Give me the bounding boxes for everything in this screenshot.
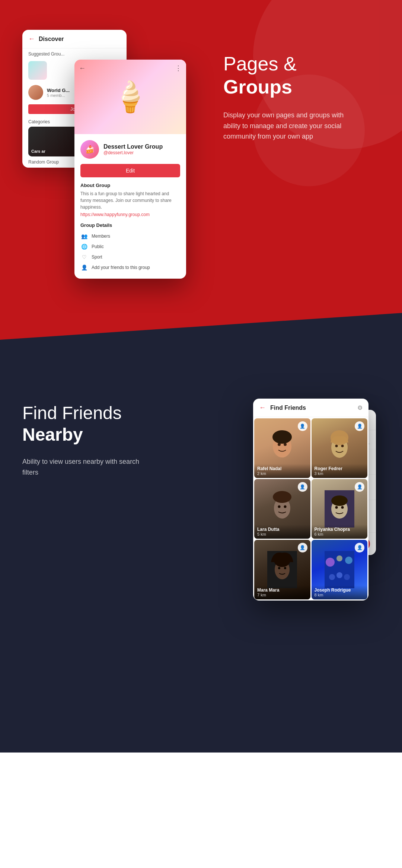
svg-point-26 — [326, 558, 335, 567]
group-handle: @dessert.lover — [103, 150, 163, 155]
mara-info: Mara Mara 7 km — [254, 585, 310, 599]
mara-add-btn[interactable]: 👤 — [298, 543, 307, 552]
bottom-text-content: Find Friends Nearby Ability to view user… — [22, 387, 141, 478]
pages-groups-description: Display your own pages and groups with a… — [223, 110, 350, 142]
members-icon: 👥 — [80, 232, 88, 240]
svg-point-10 — [284, 506, 287, 508]
mara-face-svg — [267, 551, 297, 588]
about-title: About Group — [80, 183, 180, 188]
lara-info: Lara Dutta 5 km — [254, 525, 310, 539]
find-friends-title: Find Friends — [270, 405, 357, 411]
friend-card-mara[interactable]: 👤 Mara Mara 7 km — [254, 540, 310, 599]
detail-members-text: Members — [92, 234, 110, 239]
rafel-info: Rafel Nadal 2 km — [254, 464, 310, 478]
group-header: 🍰 Dessert Lover Group @dessert.lover — [80, 140, 180, 159]
details-title: Group Details — [80, 222, 180, 228]
roger-info: Roger Fedrer 3 km — [312, 464, 368, 478]
roger-name: Roger Fedrer — [315, 466, 365, 471]
add-friends-icon: 👤 — [80, 264, 88, 271]
lara-add-btn[interactable]: 👤 — [298, 482, 307, 492]
detail-public-text: Public — [92, 244, 104, 249]
top-text-content: Pages & Groups Display your own pages an… — [201, 22, 380, 142]
svg-point-24 — [336, 572, 342, 578]
priyanka-add-btn[interactable]: 👤 — [355, 482, 364, 492]
rafel-add-btn[interactable]: 👤 — [298, 421, 307, 431]
sport-icon: ♡ — [80, 253, 88, 261]
friend-card-roger[interactable]: 👤 Roger Fedrer 3 km — [312, 418, 368, 478]
detail-add-friends-item[interactable]: 👤 Add your friends to this group — [80, 262, 180, 273]
group-detail-phone: 🍦 ← ⋮ 🍰 Dessert Lover Group @dessert.lov… — [74, 60, 186, 279]
find-friends-title-bold: Nearby — [22, 424, 141, 446]
about-link[interactable]: https://www.happyfunny.group.com — [80, 212, 180, 217]
joseph-face-svg — [325, 551, 354, 588]
pages-groups-title-light: Pages & — [223, 52, 357, 75]
discover-back-arrow[interactable]: ← — [28, 35, 35, 43]
svg-point-25 — [344, 574, 350, 580]
roger-add-btn[interactable]: 👤 — [355, 421, 364, 431]
friend-card-joseph[interactable]: 👤 Joseph Rodrigue 8 km — [312, 540, 368, 599]
world-group-name: World G... — [47, 88, 70, 93]
mara-name: Mara Mara — [257, 587, 307, 593]
svg-point-9 — [278, 506, 281, 508]
svg-point-6 — [341, 445, 344, 447]
group-content: 🍰 Dessert Lover Group @dessert.lover Edi… — [74, 134, 186, 279]
svg-point-15 — [341, 506, 344, 509]
find-friends-title-light: Find Friends — [22, 402, 141, 424]
phones-container: ← Discover Suggested Grou... World G... … — [22, 22, 201, 283]
find-friends-phone: ← Find Friends ⚙ � — [253, 399, 368, 601]
group-cover-image: 🍦 ← ⋮ — [74, 60, 186, 134]
lara-face-svg — [267, 490, 297, 528]
svg-point-20 — [284, 567, 286, 569]
detail-sport-text: Sport — [92, 254, 102, 260]
friend-card-rafel[interactable]: 👤 Rafel Nadal 2 km — [254, 418, 310, 478]
detail-members-item: 👥 Members — [80, 231, 180, 241]
cars-label: Cars ar — [31, 149, 45, 153]
priyanka-face-svg — [325, 490, 354, 528]
svg-point-16 — [331, 495, 348, 506]
rafel-face-svg — [267, 430, 297, 467]
svg-point-23 — [329, 574, 335, 580]
world-avatar — [28, 85, 43, 100]
group-avatar: 🍰 — [80, 140, 99, 159]
svg-point-5 — [335, 445, 338, 447]
group-name: Dessert Lover Group — [103, 143, 163, 150]
priyanka-distance: 6 km — [315, 532, 365, 536]
joseph-info: Joseph Rodrigue 8 km — [312, 585, 368, 599]
edit-button[interactable]: Edit — [80, 164, 180, 177]
joseph-add-btn[interactable]: 👤 — [355, 543, 364, 552]
find-friends-header: ← Find Friends ⚙ — [253, 399, 368, 417]
find-back-arrow[interactable]: ← — [259, 404, 266, 412]
find-friends-phones: ✕ Filter Friends Distance Gender All Sta… — [156, 387, 380, 723]
room-image — [28, 61, 47, 80]
joseph-distance: 8 km — [315, 593, 365, 597]
mara-distance: 7 km — [257, 593, 307, 597]
group-identity: Dessert Lover Group @dessert.lover — [103, 143, 163, 155]
detail-sport-item: ♡ Sport — [80, 252, 180, 262]
svg-point-11 — [273, 491, 291, 503]
svg-point-28 — [336, 555, 342, 561]
detail-public-item: 🌐 Public — [80, 241, 180, 252]
discover-title: Discover — [39, 36, 64, 42]
find-friends-description: Ability to view users nearby with search… — [22, 456, 141, 478]
rafel-name: Rafel Nadal — [257, 466, 307, 471]
nav-back-arrow[interactable]: ← — [79, 64, 86, 72]
svg-point-3 — [272, 430, 292, 444]
priyanka-name: Priyanka Chopra — [315, 527, 365, 532]
about-text: This is a fun group to share light heart… — [80, 190, 180, 210]
friend-card-priyanka[interactable]: 👤 Priyanka Chopra 6 km — [312, 479, 368, 539]
diagonal-divider — [0, 313, 402, 358]
nav-more-icon[interactable]: ⋮ — [175, 64, 182, 72]
ice-cream-icon: 🍦 — [112, 79, 149, 114]
top-section: ← Discover Suggested Grou... World G... … — [0, 0, 402, 313]
lara-distance: 5 km — [257, 532, 307, 536]
detail-add-friends-text: Add your friends to this group — [92, 265, 150, 270]
world-info: World G... 5 memb... — [47, 88, 70, 98]
bottom-section: Find Friends Nearby Ability to view user… — [0, 358, 402, 753]
filter-icon[interactable]: ⚙ — [357, 404, 363, 411]
phone-nav: ← ⋮ — [79, 64, 182, 72]
svg-point-14 — [335, 506, 338, 509]
friend-card-lara[interactable]: 👤 Lara Dutta 5 km — [254, 479, 310, 539]
suggested-label: Suggested Grou... — [22, 48, 127, 59]
priyanka-info: Priyanka Chopra 6 km — [312, 525, 368, 539]
roger-face-svg — [325, 430, 354, 467]
